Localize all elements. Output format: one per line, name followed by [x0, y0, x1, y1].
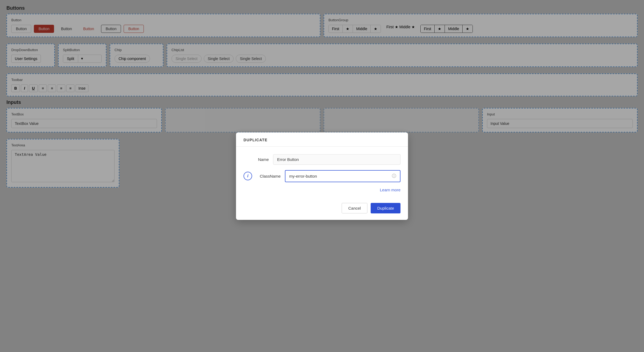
name-label: Name [244, 157, 273, 162]
duplicate-button[interactable]: Duplicate [371, 203, 400, 213]
learn-more-row: Learn more [244, 188, 400, 192]
learn-more-link[interactable]: Learn more [380, 188, 400, 192]
classname-form-row: i ClassName my-error-button ⓘ [244, 170, 400, 182]
modal-body: Name i ClassName my-error-button ⓘ Learn… [236, 147, 408, 199]
modal-footer: Cancel Duplicate [236, 199, 408, 220]
classname-label: ClassName [255, 174, 285, 178]
info-icon-blue[interactable]: i [244, 172, 252, 180]
classname-value: my-error-button [289, 174, 317, 178]
modal-overlay: DUPLICATE Name i ClassName my-error-butt… [0, 0, 644, 352]
modal-header: DUPLICATE [236, 132, 408, 147]
modal-dialog: DUPLICATE Name i ClassName my-error-butt… [236, 132, 408, 220]
name-form-row: Name [244, 154, 400, 165]
cancel-button[interactable]: Cancel [342, 203, 368, 213]
info-icon-label: i [247, 174, 248, 178]
classname-input-wrapper: my-error-button ⓘ [285, 170, 400, 182]
classname-info-icon[interactable]: ⓘ [392, 173, 396, 179]
modal-title: DUPLICATE [244, 138, 400, 142]
name-input[interactable] [273, 154, 400, 165]
